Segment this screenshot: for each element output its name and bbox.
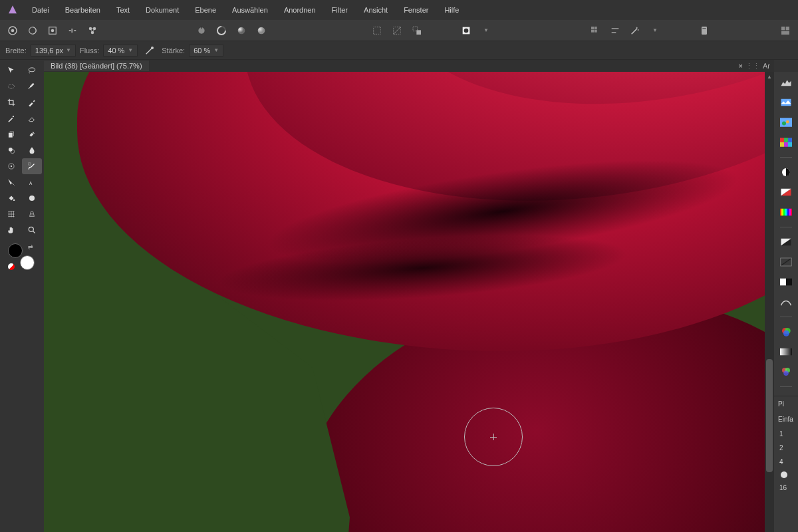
document-tab[interactable]: Bild (38) [Geändert] (75.7%)	[44, 61, 149, 71]
curves-icon[interactable]	[778, 254, 794, 270]
align-icon[interactable]	[606, 22, 624, 39]
eyedropper-tool[interactable]	[22, 94, 42, 110]
menu-auswaehlen[interactable]: Auswählen	[224, 1, 276, 19]
white-balance-icon[interactable]	[778, 184, 794, 200]
pressure-toggle-icon[interactable]	[142, 43, 158, 59]
canvas-viewport[interactable]	[44, 72, 774, 532]
menu-hilfe[interactable]: Hilfe	[436, 1, 467, 19]
histogram-icon[interactable]	[778, 74, 794, 90]
export-persona-icon[interactable]	[84, 22, 101, 39]
svg-rect-45	[780, 118, 792, 127]
panel-row[interactable]: 16	[777, 483, 789, 492]
menu-ebene[interactable]: Ebene	[187, 1, 224, 19]
svg-rect-12	[374, 27, 381, 34]
ellipse-marquee-tool[interactable]	[1, 78, 21, 94]
panel-row[interactable]: 1	[777, 430, 786, 438]
quicksel-icon[interactable]	[458, 22, 475, 39]
selection-brush-tool[interactable]	[22, 78, 42, 94]
svg-point-30	[151, 47, 154, 49]
chevron-down-icon[interactable]: ▼	[477, 22, 495, 39]
sphere-dark-icon[interactable]	[253, 22, 270, 39]
photo-persona-icon[interactable]	[4, 22, 21, 39]
panel-mode-label[interactable]: Einfa	[777, 414, 795, 424]
color-swatches[interactable]: ⇄	[8, 243, 35, 270]
color-scope-icon[interactable]	[778, 114, 794, 130]
strength-field[interactable]: 60 %▼	[189, 45, 223, 57]
panel-row[interactable]: 2	[777, 444, 786, 452]
right-panel-tab[interactable]: Ar	[763, 62, 770, 70]
brush-preview-icon	[781, 471, 787, 478]
width-field[interactable]: 139,6 px▼	[31, 45, 76, 57]
svg-point-32	[8, 84, 14, 88]
channel-mixer-icon[interactable]	[778, 364, 794, 380]
menu-fenster[interactable]: Fenster	[396, 1, 436, 19]
panel-row[interactable]: 4	[777, 458, 786, 466]
hsl-icon[interactable]	[778, 204, 794, 220]
brightness-contrast-icon[interactable]	[778, 164, 794, 180]
chevron-down-icon[interactable]: ▼	[646, 22, 664, 39]
text-tool[interactable]: A	[22, 174, 42, 190]
shadows-highlights-icon[interactable]	[778, 294, 794, 310]
gradient-map-icon[interactable]	[778, 344, 794, 360]
sphere-light-icon[interactable]	[233, 22, 250, 39]
zoom-tool[interactable]	[22, 222, 42, 238]
blur-tool[interactable]	[22, 142, 42, 158]
svg-point-1	[11, 29, 15, 32]
paint-brush-tool[interactable]	[1, 110, 21, 126]
mesh-warp-tool[interactable]	[1, 206, 21, 222]
perspective-tool[interactable]	[22, 206, 42, 222]
menu-datei[interactable]: Datei	[24, 1, 57, 19]
svg-rect-29	[781, 31, 789, 34]
color-picker-tool[interactable]	[1, 158, 21, 174]
foreground-color-swatch[interactable]	[8, 243, 23, 258]
canvas[interactable]	[44, 72, 774, 532]
marquee-refine-icon[interactable]	[408, 22, 426, 39]
tab-panel-grip-icon[interactable]: ⋮⋮	[745, 62, 760, 70]
menu-bearbeiten[interactable]: Bearbeiten	[57, 1, 108, 19]
properties-icon[interactable]	[696, 22, 713, 39]
move-tool[interactable]	[1, 63, 21, 78]
panel-tab-label[interactable]: Pi	[777, 399, 785, 409]
color-balance-icon[interactable]	[778, 324, 794, 340]
hand-tool[interactable]	[1, 222, 21, 238]
black-white-icon[interactable]	[778, 274, 794, 290]
close-tab-icon[interactable]: ×	[739, 62, 743, 70]
menu-filter[interactable]: Filter	[324, 1, 356, 19]
pen-tool[interactable]	[1, 174, 21, 190]
reset-colors-icon[interactable]	[8, 263, 15, 270]
magic-wand-icon[interactable]	[626, 22, 644, 39]
develop-persona-icon[interactable]	[44, 22, 61, 39]
scrollbar-thumb[interactable]	[766, 359, 773, 472]
eraser-tool[interactable]	[22, 110, 42, 126]
healing-brush-tool[interactable]	[22, 126, 42, 142]
rotate-right-icon[interactable]	[213, 22, 230, 39]
flow-field[interactable]: 40 %▼	[103, 45, 138, 57]
shape-tool[interactable]	[22, 190, 42, 206]
menu-ansicht[interactable]: Ansicht	[356, 1, 396, 19]
lasso-tool[interactable]	[22, 63, 42, 78]
tool-palette: A ⇄	[0, 60, 44, 532]
marquee-rect-icon[interactable]	[368, 22, 386, 39]
snap-grid-icon[interactable]	[587, 22, 604, 39]
crop-tool[interactable]	[1, 94, 21, 110]
panel-layout-icon[interactable]	[777, 22, 794, 39]
fill-tool[interactable]	[1, 190, 21, 206]
liquify-persona-icon[interactable]	[24, 22, 41, 39]
vertical-scrollbar[interactable]: ▲	[765, 72, 774, 532]
scroll-up-icon[interactable]: ▲	[765, 72, 774, 81]
rotate-left-icon[interactable]	[193, 22, 210, 39]
tonemap-persona-icon[interactable]	[64, 22, 81, 39]
levels-icon[interactable]	[778, 234, 794, 250]
clone-tool[interactable]	[1, 126, 21, 142]
background-color-swatch[interactable]	[20, 255, 35, 270]
menu-text[interactable]: Text	[108, 1, 138, 19]
swatches-icon[interactable]	[778, 134, 794, 150]
marquee-diag-icon[interactable]	[388, 22, 406, 39]
svg-rect-51	[780, 142, 784, 147]
menu-dokument[interactable]: Dokument	[138, 1, 187, 19]
menu-anordnen[interactable]: Anordnen	[276, 1, 324, 19]
swap-colors-icon[interactable]: ⇄	[28, 243, 33, 250]
scope-icon[interactable]	[778, 94, 794, 110]
overlay-brush-tool[interactable]	[1, 142, 21, 158]
refine-selection-tool[interactable]	[22, 158, 42, 174]
